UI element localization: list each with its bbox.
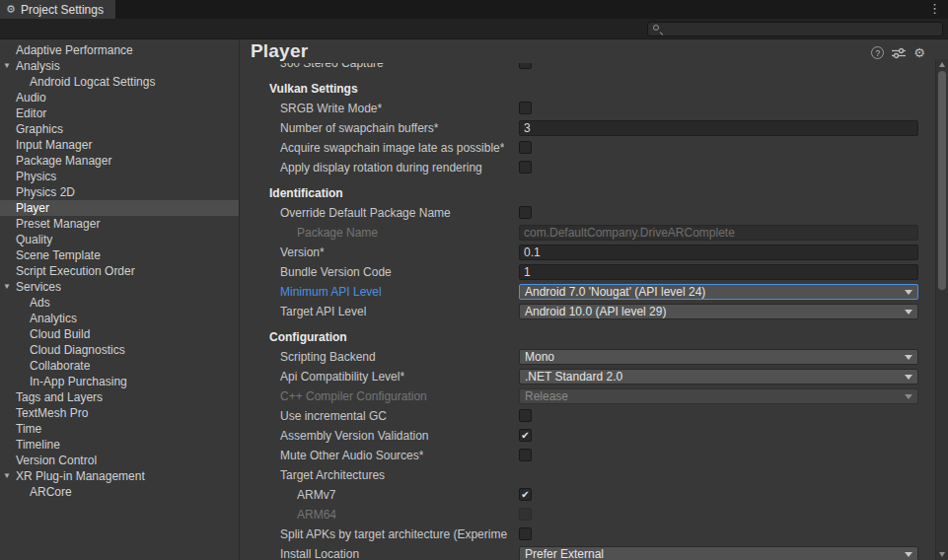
sidebar-item-label: XR Plug-in Management <box>16 469 145 483</box>
sidebar-item-script-execution-order[interactable]: Script Execution Order <box>0 263 239 279</box>
checkbox-mute-other-audio-sources[interactable] <box>519 449 532 461</box>
sidebar-item-textmesh-pro[interactable]: TextMesh Pro <box>0 405 239 421</box>
field-label: Override Default Package Name <box>280 206 451 220</box>
dropdown-target-api-level[interactable]: Android 10.0 (API level 29) <box>519 304 918 319</box>
sidebar-item-label: Script Execution Order <box>16 264 135 278</box>
checkmark-icon: ✔ <box>521 430 529 441</box>
checkbox-assembly-version-validation[interactable]: ✔ <box>519 429 532 442</box>
row-target-architectures: Target Architectures <box>240 465 935 485</box>
text-field-version[interactable]: 0.1 <box>519 245 918 260</box>
scrollbar-thumb[interactable] <box>938 71 946 290</box>
sidebar-item-label: Audio <box>16 91 46 105</box>
section-header: Configuration <box>269 330 347 344</box>
sidebar-list: Adaptive Performance▼AnalysisAndroid Log… <box>0 42 239 500</box>
sidebar-item-audio[interactable]: Audio <box>0 90 239 105</box>
sidebar-item-label: Graphics <box>16 122 63 136</box>
sidebar-item-android-logcat-settings[interactable]: Android Logcat Settings <box>0 74 239 90</box>
kebab-menu-icon[interactable]: ⋮ <box>928 1 941 16</box>
checkbox-acquire-swapchain-image-late-as-possible[interactable] <box>519 141 532 154</box>
row-vulkan-settings: Vulkan Settings <box>240 79 935 99</box>
checkbox-apply-display-rotation-during-rendering[interactable] <box>519 161 532 174</box>
field-label: Scripting Backend <box>280 350 376 364</box>
dropdown-value: Android 7.0 'Nougat' (API level 24) <box>525 285 705 299</box>
checkbox-360-stereo-capture[interactable] <box>519 63 532 69</box>
field-label: Target Architectures <box>280 468 385 482</box>
checkbox-override-default-package-name[interactable] <box>519 206 532 219</box>
row-acquire-swapchain-image-late-as-possible: Acquire swapchain image late as possible… <box>240 138 935 158</box>
sidebar-item-services[interactable]: ▼Services <box>0 279 239 295</box>
row-identification: Identification <box>240 183 935 203</box>
scroll-down-icon[interactable] <box>939 552 945 557</box>
sidebar-item-label: Time <box>16 422 41 436</box>
foldout-expanded-icon[interactable]: ▼ <box>3 58 11 74</box>
sidebar-item-tags-and-layers[interactable]: Tags and Layers <box>0 389 239 405</box>
sidebar-item-physics-2d[interactable]: Physics 2D <box>0 184 239 200</box>
sidebar-item-editor[interactable]: Editor <box>0 105 239 121</box>
sidebar-item-time[interactable]: Time <box>0 421 239 437</box>
tab-title: Project Settings <box>21 3 104 17</box>
sidebar-item-cloud-build[interactable]: Cloud Build <box>0 326 239 342</box>
field-label: Split APKs by target architecture (Exper… <box>280 527 507 541</box>
sidebar-item-cloud-diagnostics[interactable]: Cloud Diagnostics <box>0 342 239 358</box>
dropdown-minimum-api-level[interactable]: Android 7.0 'Nougat' (API level 24) <box>519 284 918 300</box>
sidebar-item-arcore[interactable]: ARCore <box>0 484 239 500</box>
sidebar-item-player[interactable]: Player <box>0 200 239 216</box>
panel-header: Player ? ⚙ <box>240 39 935 63</box>
preset-icon[interactable] <box>892 47 906 59</box>
sidebar-item-input-manager[interactable]: Input Manager <box>0 137 239 153</box>
row-override-default-package-name: Override Default Package Name <box>240 203 935 223</box>
field-label: Acquire swapchain image late as possible… <box>280 141 504 155</box>
field-label: 360 Stereo Capture <box>280 63 384 70</box>
text-field-number-of-swapchain-buffers[interactable]: 3 <box>519 120 918 136</box>
player-settings-panel: Player ? ⚙ <box>240 39 935 560</box>
chevron-down-icon <box>905 394 912 399</box>
sidebar-item-preset-manager[interactable]: Preset Manager <box>0 216 239 232</box>
scroll-up-icon[interactable] <box>939 62 945 67</box>
section-header: Identification <box>269 186 343 200</box>
titlebar: ⚙ Project Settings ⋮ <box>0 0 948 19</box>
sidebar-item-physics[interactable]: Physics <box>0 169 239 184</box>
field-label: Number of swapchain buffers* <box>280 121 439 135</box>
sidebar-item-version-control[interactable]: Version Control <box>0 453 239 468</box>
chevron-down-icon <box>905 290 912 295</box>
dropdown-scripting-backend[interactable]: Mono <box>519 349 918 365</box>
chevron-down-icon <box>905 310 912 315</box>
sidebar-item-label: Version Control <box>16 454 97 467</box>
dropdown-api-compatibility-level[interactable]: .NET Standard 2.0 <box>519 369 918 385</box>
field-label: Assembly Version Validation <box>280 429 429 443</box>
foldout-expanded-icon[interactable]: ▼ <box>3 468 11 484</box>
sidebar-item-ads[interactable]: Ads <box>0 295 239 311</box>
search-icon <box>653 25 664 35</box>
foldout-expanded-icon[interactable]: ▼ <box>3 279 11 295</box>
sidebar-item-adaptive-performance[interactable]: Adaptive Performance <box>0 42 239 58</box>
checkbox-armv7[interactable]: ✔ <box>519 488 532 501</box>
checkbox-use-incremental-gc[interactable] <box>519 409 532 422</box>
help-icon[interactable]: ? <box>871 46 884 59</box>
vertical-scrollbar[interactable] <box>935 59 948 560</box>
search-input[interactable] <box>647 22 943 36</box>
checkbox-split-apks-by-target-architecture-experime[interactable] <box>519 527 532 540</box>
sidebar-item-label: Editor <box>16 106 46 120</box>
chevron-down-icon <box>905 552 912 557</box>
sidebar-item-in-app-purchasing[interactable]: In-App Purchasing <box>0 374 239 389</box>
text-field-bundle-version-code[interactable]: 1 <box>519 264 918 280</box>
sidebar-item-package-manager[interactable]: Package Manager <box>0 153 239 169</box>
dropdown-install-location[interactable]: Prefer External <box>519 546 918 560</box>
row-configuration: Configuration <box>240 327 935 347</box>
row-c-compiler-configuration: C++ Compiler ConfigurationRelease <box>240 386 935 406</box>
gear-icon[interactable]: ⚙ <box>913 46 925 59</box>
sidebar-item-analytics[interactable]: Analytics <box>0 311 239 326</box>
sidebar-item-graphics[interactable]: Graphics <box>0 121 239 137</box>
tab-project-settings[interactable]: ⚙ Project Settings <box>0 0 115 19</box>
sidebar-item-scene-template[interactable]: Scene Template <box>0 247 239 263</box>
sidebar-item-label: Services <box>16 280 61 294</box>
sidebar-item-xr-plug-in-management[interactable]: ▼XR Plug-in Management <box>0 468 239 484</box>
checkbox-srgb-write-mode[interactable] <box>519 102 532 114</box>
row-assembly-version-validation: Assembly Version Validation✔ <box>240 426 935 446</box>
sidebar-item-collaborate[interactable]: Collaborate <box>0 358 239 374</box>
sidebar-item-quality[interactable]: Quality <box>0 232 239 247</box>
sidebar-item-analysis[interactable]: ▼Analysis <box>0 58 239 74</box>
sidebar-item-timeline[interactable]: Timeline <box>0 437 239 453</box>
chevron-down-icon <box>905 355 912 360</box>
sidebar-item-label: TextMesh Pro <box>16 406 88 420</box>
